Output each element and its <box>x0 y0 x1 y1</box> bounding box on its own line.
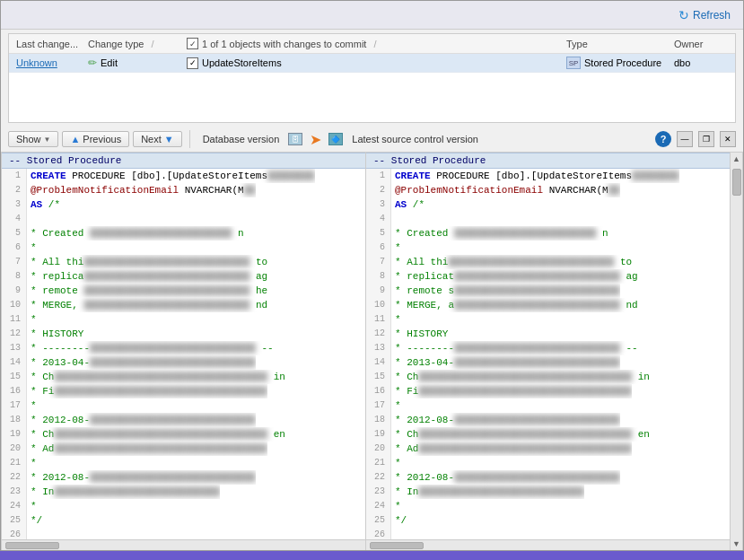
scroll-up-arrow[interactable]: ▲ <box>731 153 742 165</box>
code-line: 10 * MERGE, a███████████████████████████… <box>366 298 730 312</box>
src-icon: 🔷 <box>328 133 343 145</box>
arrow-right-icon: ➤ <box>310 131 321 148</box>
previous-arrow-icon: ▲ <box>70 134 80 144</box>
code-line: 9 * remote ████████████████████████████ … <box>2 284 365 298</box>
code-line: 6 * <box>366 241 730 255</box>
code-line: 12 * HISTORY <box>2 327 365 341</box>
code-line: 3 AS /* <box>366 197 730 212</box>
select-all-checkbox[interactable]: ✓ <box>187 38 198 49</box>
right-panel-header: -- Stored Procedure <box>366 153 730 169</box>
code-line: 16 * Fi█████████████████████████████████… <box>366 384 730 398</box>
left-panel-header: -- Stored Procedure <box>2 153 365 169</box>
show-button[interactable]: Show ▼ <box>8 131 58 147</box>
sep1: / <box>151 39 153 49</box>
minimize-button[interactable]: — <box>677 131 693 147</box>
next-label: Next <box>141 134 162 144</box>
help-button[interactable]: ? <box>655 131 671 147</box>
vertical-scrollbar[interactable]: ▲ ▼ <box>730 153 742 550</box>
restore-label: ❐ <box>703 135 710 144</box>
code-line: 18 * 2012-08-███████████████████████████… <box>2 413 365 427</box>
code-line: 1 CREATE PROCEDURE [dbo].[UpdateStoreIte… <box>2 169 365 183</box>
help-label: ? <box>661 134 667 144</box>
refresh-button[interactable]: ↻ Refresh <box>673 6 736 24</box>
col-change-type-label: Change type <box>88 39 144 49</box>
minimize-label: — <box>681 135 689 144</box>
row-checkbox[interactable]: ✓ <box>187 57 198 69</box>
previous-label: Previous <box>83 134 121 144</box>
show-dropdown-arrow: ▼ <box>44 136 51 144</box>
code-line: 11 * <box>2 312 365 327</box>
object-name: UpdateStoreItems <box>202 57 282 68</box>
code-line: 26 <box>2 528 365 539</box>
code-line: 5 * Created ████████████████████████ n <box>366 226 730 241</box>
unknown-link[interactable]: Unknown <box>16 57 57 68</box>
code-line: 3 AS /* <box>2 197 365 212</box>
code-line: 4 <box>2 212 365 226</box>
show-label: Show <box>16 134 41 144</box>
col-last-change-label: Last change... <box>16 39 78 49</box>
code-line: 24 * <box>366 499 730 513</box>
code-line: 8 * replica████████████████████████████ … <box>2 269 365 284</box>
code-line: 17 * <box>2 398 365 413</box>
restore-button[interactable]: ❐ <box>698 131 714 147</box>
db-version-label: Database version <box>203 134 280 144</box>
code-line: 15 * Ch█████████████████████████████████… <box>2 370 365 384</box>
code-line: 7 * All thi████████████████████████████ … <box>2 255 365 269</box>
owner-label: dbo <box>674 57 690 68</box>
col-objects-label: 1 of 1 objects with changes to commit <box>202 39 366 49</box>
toolbar-separator <box>189 130 190 148</box>
close-button[interactable]: ✕ <box>720 131 736 147</box>
code-line: 17 * <box>366 398 730 413</box>
left-code-area[interactable]: 1 CREATE PROCEDURE [dbo].[UpdateStoreIte… <box>2 169 365 539</box>
left-h-scrollbar-thumb[interactable] <box>5 542 59 549</box>
code-line: 25 */ <box>366 513 730 528</box>
code-line: 19 * Ch█████████████████████████████████… <box>2 427 365 442</box>
diff-toolbar: Show ▼ ▲ Previous Next ▼ Database versio… <box>1 127 743 153</box>
code-line: 23 * In████████████████████████████ <box>366 485 730 499</box>
sp-icon: SP <box>566 57 581 69</box>
right-h-scrollbar-thumb[interactable] <box>370 542 424 549</box>
code-line: 6 * <box>2 241 365 255</box>
code-line: 11 * <box>366 312 730 327</box>
scroll-down-arrow[interactable]: ▼ <box>731 538 742 550</box>
right-code-area[interactable]: 1 CREATE PROCEDURE [dbo].[UpdateStoreIte… <box>366 169 730 539</box>
col-type-label: Type <box>566 39 588 49</box>
code-line: 14 * 2013-04-███████████████████████████… <box>2 355 365 370</box>
v-scrollbar-thumb[interactable] <box>732 169 741 196</box>
code-line: 21 * <box>2 456 365 470</box>
next-button[interactable]: Next ▼ <box>133 131 182 147</box>
code-line: 5 * Created ████████████████████████ n <box>2 226 365 241</box>
code-line: 13 * --------███████████████████████████… <box>366 341 730 355</box>
code-line: 21 * <box>366 456 730 470</box>
code-line: 1 CREATE PROCEDURE [dbo].[UpdateStoreIte… <box>366 169 730 183</box>
refresh-icon: ↻ <box>678 8 689 22</box>
code-line: 26 <box>366 528 730 539</box>
code-line: 4 <box>366 212 730 226</box>
code-line: 24 * <box>2 499 365 513</box>
next-arrow-icon: ▼ <box>164 134 174 144</box>
code-line: 9 * remote s████████████████████████████ <box>366 284 730 298</box>
diff-panels: -- Stored Procedure 1 CREATE PROCEDURE [… <box>1 153 743 550</box>
previous-button[interactable]: ▲ Previous <box>62 131 129 147</box>
src-version-label: Latest source control version <box>352 134 478 144</box>
code-line: 14 * 2013-04-███████████████████████████… <box>366 355 730 370</box>
code-line: 10 * MERGE, ████████████████████████████… <box>2 298 365 312</box>
col-owner-label: Owner <box>674 39 703 49</box>
code-line: 25 */ <box>2 513 365 528</box>
edit-label: Edit <box>101 57 118 68</box>
grid-header: Last change... Change type / ✓ 1 of 1 ob… <box>9 34 735 54</box>
code-line: 22 * 2012-08-███████████████████████████… <box>366 470 730 485</box>
code-line: 13 * --------███████████████████████████… <box>2 341 365 355</box>
right-h-scrollbar[interactable] <box>366 539 730 550</box>
code-line: 7 * All thi████████████████████████████ … <box>366 255 730 269</box>
objects-grid: Last change... Change type / ✓ 1 of 1 ob… <box>8 33 736 123</box>
code-line: 2 @ProblemNotificationEmail NVARCHAR(M██ <box>366 183 730 197</box>
pencil-icon: ✏ <box>88 57 97 69</box>
code-line: 18 * 2012-08-███████████████████████████… <box>366 413 730 427</box>
code-line: 19 * Ch█████████████████████████████████… <box>366 427 730 442</box>
db-icon: 🗄 <box>288 133 302 145</box>
refresh-label: Refresh <box>693 9 731 22</box>
code-line: 16 * Fi█████████████████████████████████… <box>2 384 365 398</box>
left-h-scrollbar[interactable] <box>2 539 365 550</box>
code-line: 22 * 2012-08-███████████████████████████… <box>2 470 365 485</box>
